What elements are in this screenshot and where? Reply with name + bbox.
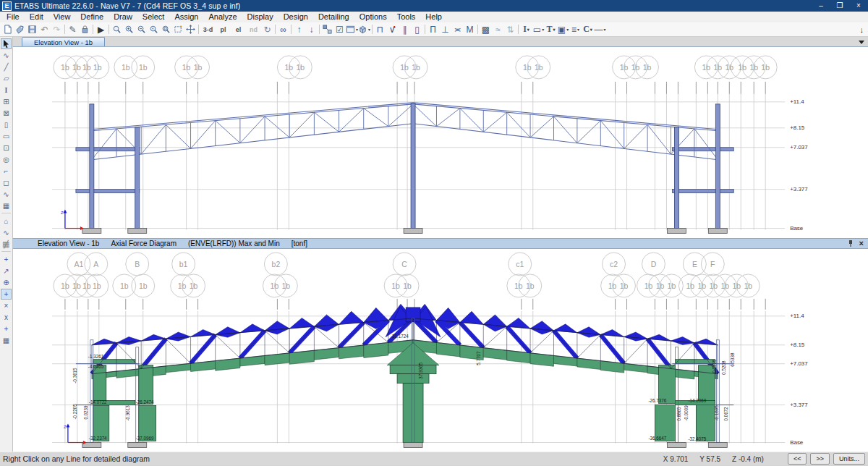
units-button[interactable]: Units... (833, 453, 865, 465)
section-cut-icon[interactable]: x (1, 312, 12, 323)
prev-button[interactable]: << (788, 453, 807, 465)
draw-dimension-icon[interactable]: ≍ (451, 23, 464, 35)
draw-region-icon[interactable]: ▱ (1, 73, 12, 84)
menu-assign[interactable]: Assign (169, 12, 203, 22)
lock-model-icon[interactable] (79, 23, 91, 35)
draw-point-icon[interactable]: ⊡ (1, 143, 12, 153)
zoom-full-icon[interactable] (160, 23, 172, 35)
section-box-icon[interactable]: ▣▾ (557, 23, 569, 35)
grid-options-icon[interactable] (321, 23, 333, 35)
tab-elevation-view-1b[interactable]: Elevation View - 1b (22, 37, 105, 46)
select-pointer-icon[interactable] (1, 38, 12, 49)
rotate-view-icon[interactable]: ↻ (261, 23, 273, 35)
menu-tools[interactable]: Tools (392, 12, 421, 22)
undo-icon[interactable]: ↶ (38, 23, 51, 35)
draw-circle-icon[interactable]: ◎ (1, 154, 12, 165)
draw-joint-icon[interactable]: ⊓ (374, 23, 386, 35)
top-view-canvas[interactable]: +11.4+8.15+7.037+3.377Base1b1b1b1b1b1b1b… (13, 47, 868, 238)
draw-mesh-icon[interactable]: ⊞ (1, 96, 12, 107)
zoom-in-icon[interactable] (123, 23, 135, 35)
menu-draw[interactable]: Draw (109, 12, 137, 22)
draw-curve-icon[interactable]: ∿ (1, 189, 12, 200)
menu-detailing[interactable]: Detailing (313, 12, 354, 22)
show-force-diagram-icon[interactable]: + (1, 289, 12, 300)
view-plan-icon[interactable]: pl (216, 23, 231, 35)
menu-define[interactable]: Define (75, 12, 109, 22)
draw-ibeam-icon[interactable]: I (1, 85, 12, 96)
joint-tool-icon[interactable]: + (1, 323, 12, 334)
menu-display[interactable]: Display (242, 12, 278, 22)
bottom-view-canvas[interactable]: +11.4+8.15+7.037+3.377BaseA1ABb1b2Cc1c2D… (13, 249, 868, 452)
menu-design[interactable]: Design (278, 12, 313, 22)
section-channel-icon[interactable]: C▾ (582, 23, 594, 35)
section-line-icon[interactable]: —▾ (594, 23, 606, 35)
menu-analyze[interactable]: Analyze (203, 12, 242, 22)
next-button[interactable]: >> (810, 453, 830, 465)
draw-pencil-icon[interactable]: ✎ (67, 23, 79, 35)
assign-display-icon[interactable]: ▾ (358, 23, 370, 35)
snap-wireframe-icon[interactable]: ≈ (492, 23, 504, 35)
assign-joint-icon[interactable]: + (1, 254, 12, 265)
draw-columns-icon[interactable]: ∥ (399, 23, 411, 35)
move-down-in-list-icon[interactable]: ↓ (305, 23, 318, 35)
select-rubber-band-icon[interactable] (172, 23, 184, 35)
wave-tool-icon[interactable]: ∿ (1, 227, 12, 238)
pane-close-icon[interactable]: × (859, 239, 864, 247)
redo-icon[interactable]: ↷ (51, 23, 63, 35)
snap-sequence-icon[interactable]: ⇅ (504, 23, 516, 35)
menu-edit[interactable]: Edit (25, 12, 48, 22)
draw-blank-icon[interactable]: ▯ (1, 119, 12, 130)
model-explorer-icon[interactable]: ⌂ (1, 216, 12, 226)
view-elevation-icon[interactable]: el (231, 23, 246, 35)
menu-select[interactable]: Select (137, 12, 170, 22)
display-options-icon[interactable]: ☑ (333, 23, 346, 35)
minimize-button[interactable]: – (812, 0, 830, 12)
show-moment-diagram-icon[interactable]: × (1, 300, 12, 311)
draw-braces-icon[interactable]: M (464, 23, 476, 35)
pin-icon[interactable] (848, 240, 854, 247)
table-grid-icon[interactable]: ▦ (1, 200, 12, 211)
zoom-rubber-band-icon[interactable] (111, 23, 123, 35)
pane-grip-icon[interactable]: ▦ (2, 240, 11, 248)
draw-corner-icon[interactable]: ⌐ (1, 166, 12, 177)
draw-joist-icon[interactable]: Π (427, 23, 439, 35)
svg-text:0.5208: 0.5208 (721, 360, 726, 375)
save-model-icon[interactable] (26, 23, 38, 35)
view-3d-icon[interactable]: 3-d (200, 23, 216, 35)
assign-frame-icon[interactable]: ↗ (1, 266, 12, 276)
draw-frame-icon[interactable]: ∨● (386, 23, 399, 35)
snap-window-icon[interactable]: ▩ (480, 23, 492, 35)
draw-support-icon[interactable]: ⊥ (439, 23, 451, 35)
draw-walls-icon[interactable]: ▯ (411, 23, 423, 35)
draw-rect-icon[interactable]: ▭ (1, 131, 12, 142)
bottom-pane-header[interactable]: Elevation View - 1b Axial Force Diagram … (13, 238, 868, 249)
close-button[interactable]: × (849, 0, 868, 12)
view-named-icon[interactable]: nd (246, 23, 261, 35)
tab-overflow-icon[interactable] (859, 41, 864, 44)
menu-file[interactable]: File (1, 12, 25, 22)
draw-line-icon[interactable]: ╱ (1, 62, 12, 72)
section-rect-icon[interactable]: ▭▾ (532, 23, 545, 35)
draw-links-icon[interactable]: ⊠ (1, 108, 12, 119)
menu-help[interactable]: Help (420, 12, 447, 22)
move-up-in-list-icon[interactable]: ↑ (293, 23, 305, 35)
section-tee-icon[interactable]: T▾ (545, 23, 557, 35)
select-reshape-icon[interactable]: ∿ (1, 50, 12, 61)
run-analysis-icon[interactable]: ▶ (95, 23, 107, 35)
zoom-out-icon[interactable] (135, 23, 148, 35)
restore-button[interactable]: ❐ (830, 0, 849, 12)
draw-box-icon[interactable]: ◻ (1, 177, 12, 188)
open-file-icon[interactable] (14, 23, 26, 35)
new-model-icon[interactable] (1, 23, 14, 35)
section-dashes-icon[interactable]: ≡▾ (569, 23, 582, 35)
pan-icon[interactable] (184, 23, 197, 35)
menu-options[interactable]: Options (354, 12, 392, 22)
hatch-tool-icon[interactable]: ▦ (1, 335, 12, 346)
toolbar-overflow-icon[interactable]: ↓ (860, 25, 864, 34)
zoom-previous-icon[interactable] (148, 23, 160, 35)
section-i-icon[interactable]: I▾ (520, 23, 532, 35)
menu-view[interactable]: View (48, 12, 76, 22)
show-joint-results-icon[interactable]: ⊕ (1, 277, 12, 288)
object-view-options-icon[interactable]: ∞ (277, 23, 289, 35)
object-display-window-icon[interactable]: ▾ (346, 23, 358, 35)
